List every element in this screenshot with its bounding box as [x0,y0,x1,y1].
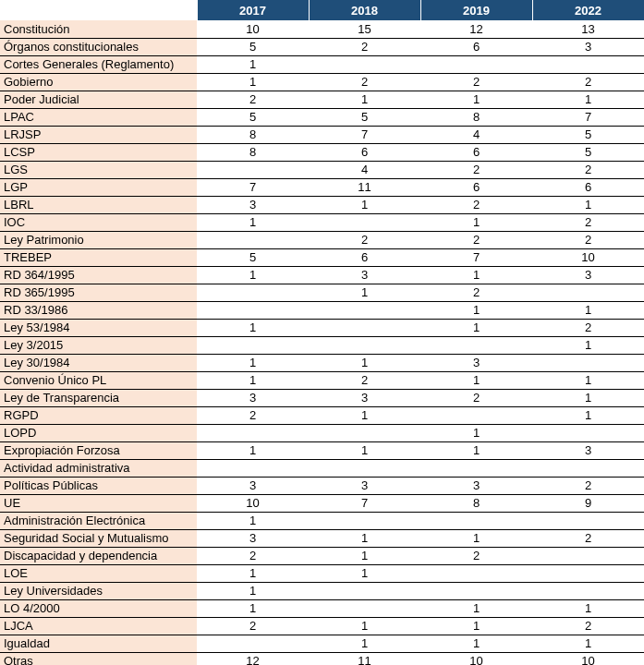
header-col-0: 2017 [197,0,309,20]
cell [420,512,532,529]
cell: 1 [309,284,420,301]
row-label: LOPD [0,424,197,441]
table-row: Ley 30/1984113 [0,354,644,371]
cell: 5 [309,108,420,126]
cell: 2 [532,319,644,336]
cell: 8 [420,108,532,126]
cell: 1 [197,319,309,336]
table-row: LOPD1 [0,424,644,441]
row-label: Cortes Generales (Reglamento) [0,55,197,73]
table-row: RD 365/199512 [0,284,644,301]
cell: 1 [420,91,532,108]
table-row: Ley 3/20151 [0,336,644,354]
cell [420,459,532,477]
table-row: RD 364/19951313 [0,266,644,284]
cell: 5 [197,108,309,126]
row-label: RD 365/1995 [0,284,197,301]
cell: 5 [197,38,309,55]
cell: 7 [309,494,420,512]
cell: 7 [532,108,644,126]
row-label: Políticas Públicas [0,477,197,494]
cell: 1 [197,213,309,231]
row-label: UE [0,494,197,512]
table-row: Ley Universidades1 [0,582,644,599]
cell: 12 [420,20,532,38]
cell: 2 [532,73,644,91]
row-label: Ley 53/1984 [0,319,197,336]
cell [309,213,420,231]
cell [420,582,532,599]
cell: 4 [420,126,532,143]
cell: 1 [420,599,532,617]
cell [197,459,309,477]
cell: 1 [309,564,420,582]
row-label: RD 33/1986 [0,301,197,319]
cell: 8 [197,143,309,161]
data-table: 2017 2018 2019 2022 Constitución10151213… [0,0,644,665]
cell: 10 [420,652,532,665]
cell: 6 [420,143,532,161]
cell: 3 [532,266,644,284]
cell: 3 [309,477,420,494]
header-col-3: 2022 [532,0,644,20]
cell: 6 [532,178,644,196]
cell: 3 [420,477,532,494]
cell: 2 [532,213,644,231]
cell: 1 [309,635,420,652]
header-row: 2017 2018 2019 2022 [0,0,644,20]
cell: 1 [309,406,420,424]
cell [197,336,309,354]
cell [309,319,420,336]
cell: 3 [309,266,420,284]
row-label: Gobierno [0,73,197,91]
row-label: LGP [0,178,197,196]
table-row: Convenio Único PL1211 [0,371,644,389]
cell: 8 [420,494,532,512]
cell: 2 [197,91,309,108]
row-label: Poder Judicial [0,91,197,108]
row-label: Constitución [0,20,197,38]
cell: 2 [309,73,420,91]
row-label: RGPD [0,406,197,424]
cell [532,284,644,301]
cell: 2 [309,38,420,55]
cell [420,406,532,424]
row-label: Administración Electrónica [0,512,197,529]
cell: 2 [532,231,644,248]
cell [420,336,532,354]
cell [197,161,309,178]
table-row: LJCA2112 [0,617,644,635]
row-label: LGS [0,161,197,178]
row-label: Expropiación Forzosa [0,441,197,459]
header-col-1: 2018 [309,0,420,20]
table-row: Ley Patrimonio222 [0,231,644,248]
cell: 2 [197,617,309,635]
cell: 1 [197,599,309,617]
row-label: Ley Universidades [0,582,197,599]
cell: 2 [420,389,532,406]
cell: 7 [197,178,309,196]
cell [309,301,420,319]
cell: 12 [197,652,309,665]
cell: 1 [532,336,644,354]
cell: 2 [420,196,532,213]
cell [532,582,644,599]
row-label: Ley Patrimonio [0,231,197,248]
cell: 2 [197,547,309,564]
cell: 7 [420,248,532,266]
cell [309,459,420,477]
cell: 11 [309,178,420,196]
table-row: Otras12111010 [0,652,644,665]
table-row: LOE11 [0,564,644,582]
cell: 3 [420,354,532,371]
cell: 3 [197,529,309,547]
cell [532,459,644,477]
cell: 2 [420,284,532,301]
table-row: Cortes Generales (Reglamento)1 [0,55,644,73]
cell: 6 [420,178,532,196]
cell [420,564,532,582]
row-label: LCSP [0,143,197,161]
cell: 5 [532,143,644,161]
cell: 1 [420,635,532,652]
table-row: LCSP8665 [0,143,644,161]
